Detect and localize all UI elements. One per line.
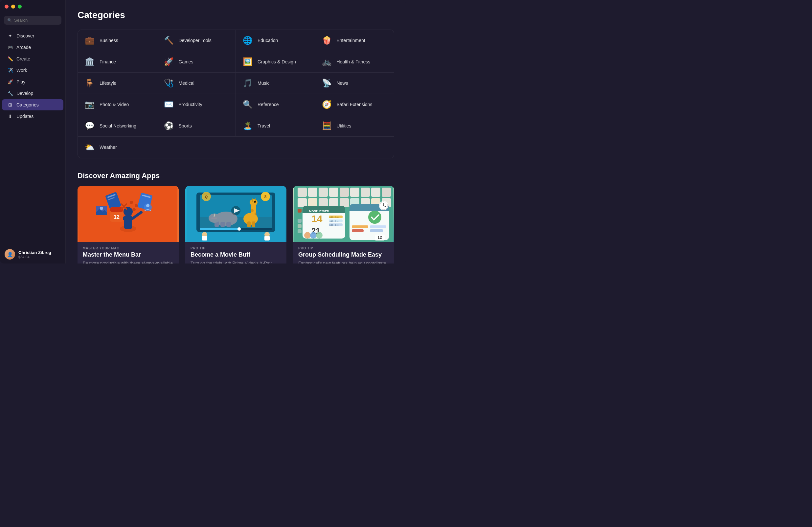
category-item-medical[interactable]: 🩺 Medical (157, 73, 236, 94)
music-icon: 🎵 (242, 77, 253, 89)
sidebar-item-updates[interactable]: ⬇ Updates (2, 111, 63, 122)
category-label-finance: Finance (100, 59, 116, 65)
titlebar (0, 0, 66, 13)
category-item-reference[interactable]: 🔍 Reference (236, 94, 315, 115)
search-box[interactable]: 🔍 (4, 16, 61, 25)
category-item-social-networking[interactable]: 💬 Social Networking (78, 115, 157, 137)
svg-rect-64 (361, 188, 370, 197)
category-item-business[interactable]: 💼 Business (78, 30, 157, 51)
svg-point-107 (310, 232, 317, 239)
category-item-productivity[interactable]: ✉️ Productivity (157, 94, 236, 115)
category-item-entertainment[interactable]: 🍿 Entertainment (315, 30, 394, 51)
category-item-graphics-design[interactable]: 🖼️ Graphics & Design (236, 51, 315, 73)
sidebar-label-create: Create (16, 56, 30, 61)
svg-rect-37 (251, 204, 256, 221)
card-body-2: PRO TIP Become a Movie Buff Turn on the … (185, 242, 287, 264)
search-input[interactable] (14, 18, 58, 23)
discover-section-title: Discover Amazing Apps (77, 171, 394, 180)
sports-icon: ⚽ (163, 120, 175, 132)
lifestyle-icon: 🪑 (84, 77, 96, 89)
svg-rect-36 (252, 222, 255, 227)
svg-text:4:00 – 5:00: 4:00 – 5:00 (330, 216, 339, 218)
card-illustration-2: 8 Q (185, 186, 287, 242)
svg-point-46 (237, 227, 241, 231)
entertainment-icon: 🍿 (321, 34, 333, 46)
svg-rect-58 (298, 188, 307, 197)
updates-icon: ⬇ (7, 113, 13, 119)
safari-extensions-icon: 🧭 (321, 99, 333, 110)
developer-tools-icon: 🔨 (163, 34, 175, 46)
category-item-sports[interactable]: ⚽ Sports (157, 115, 236, 137)
card-title-2: Become a Movie Buff (190, 251, 281, 258)
category-label-sports: Sports (179, 123, 192, 128)
svg-rect-2 (124, 215, 132, 229)
sidebar-label-arcade: Arcade (16, 45, 31, 50)
sidebar-item-work[interactable]: ✈️ Work (2, 65, 63, 76)
category-label-graphics-design: Graphics & Design (258, 59, 296, 65)
category-item-developer-tools[interactable]: 🔨 Developer Tools (157, 30, 236, 51)
close-button[interactable] (4, 4, 9, 9)
svg-text:8:00 – 9:00: 8:00 – 9:00 (330, 224, 339, 226)
category-label-productivity: Productivity (179, 102, 202, 107)
category-item-health-fitness[interactable]: 🚲 Health & Fitness (315, 51, 394, 73)
svg-text:MON: MON (309, 210, 316, 213)
svg-rect-110 (298, 224, 302, 228)
category-label-social-networking: Social Networking (100, 123, 136, 128)
user-balance: $34.04 (18, 255, 51, 259)
discover-card-group-scheduling[interactable]: MON TUE WED 14 21 4:00 – 5:00 4:10 – 5:1… (293, 186, 394, 264)
utilities-icon: 🧮 (321, 120, 333, 132)
minimize-button[interactable] (11, 4, 15, 9)
sidebar-item-discover[interactable]: ✦ Discover (2, 30, 63, 41)
category-item-safari-extensions[interactable]: 🧭 Safari Extensions (315, 94, 394, 115)
discover-card-master-menu-bar[interactable]: 12 M (77, 186, 179, 264)
graphics-design-icon: 🖼️ (242, 56, 253, 68)
category-label-news: News (337, 81, 348, 86)
category-item-travel[interactable]: 🏝️ Travel (236, 115, 315, 137)
card-body-3: PRO TIP Group Scheduling Made Easy Fanta… (293, 242, 394, 264)
card-desc-1: Be more productive with these always-ava… (83, 260, 173, 264)
sidebar-label-discover: Discover (16, 33, 34, 39)
discover-grid: 12 M (77, 186, 394, 264)
sidebar-item-arcade[interactable]: 🎮 Arcade (2, 42, 63, 53)
category-item-weather[interactable]: ⛅ Weather (78, 137, 157, 158)
travel-icon: 🏝️ (242, 120, 253, 132)
category-item-news[interactable]: 📡 News (315, 73, 394, 94)
productivity-icon: ✉️ (163, 99, 175, 110)
health-fitness-icon: 🚲 (321, 56, 333, 68)
svg-rect-12 (110, 207, 123, 212)
category-item-music[interactable]: 🎵 Music (236, 73, 315, 94)
sidebar-label-categories: Categories (16, 102, 39, 108)
svg-text:Q: Q (205, 195, 208, 199)
svg-rect-97 (352, 229, 364, 232)
sidebar-item-categories[interactable]: ⊞ Categories (2, 99, 63, 110)
education-icon: 🌐 (242, 34, 253, 46)
sidebar-label-develop: Develop (16, 91, 33, 96)
category-item-photo-video[interactable]: 📷 Photo & Video (78, 94, 157, 115)
category-item-finance[interactable]: 🏛️ Finance (78, 51, 157, 73)
category-label-games: Games (179, 59, 193, 65)
svg-point-15 (135, 204, 138, 207)
categories-grid: 💼 Business 🔨 Developer Tools 🌐 Education… (77, 30, 394, 158)
category-item-utilities[interactable]: 🧮 Utilities (315, 115, 394, 137)
main-content: Categories 💼 Business 🔨 Developer Tools … (66, 0, 406, 264)
category-label-utilities: Utilities (337, 123, 351, 128)
sidebar-item-create[interactable]: ✏️ Create (2, 53, 63, 65)
discover-card-movie-buff[interactable]: 8 Q PRO TIP Become a Movie Buff Turn on … (185, 186, 287, 264)
sidebar-item-play[interactable]: 🚀 Play (2, 76, 63, 87)
svg-rect-60 (319, 188, 328, 197)
sidebar: 🔍 ✦ Discover 🎮 Arcade ✏️ Create ✈️ Work … (0, 0, 66, 264)
svg-rect-109 (298, 219, 302, 223)
svg-rect-52 (264, 236, 270, 241)
arcade-icon: 🎮 (7, 44, 13, 50)
sidebar-item-develop[interactable]: 🔧 Develop (2, 88, 63, 99)
svg-point-38 (250, 199, 258, 206)
category-item-games[interactable]: 🚀 Games (157, 51, 236, 73)
card-illustration-3: MON TUE WED 14 21 4:00 – 5:00 4:10 – 5:1… (293, 186, 394, 242)
card-desc-3: Fantastical's new features help you coor… (298, 260, 389, 264)
svg-rect-96 (352, 225, 368, 228)
category-label-education: Education (258, 38, 278, 43)
category-item-education[interactable]: 🌐 Education (236, 30, 315, 51)
maximize-button[interactable] (18, 4, 22, 9)
category-item-lifestyle[interactable]: 🪑 Lifestyle (78, 73, 157, 94)
svg-rect-111 (298, 229, 302, 233)
